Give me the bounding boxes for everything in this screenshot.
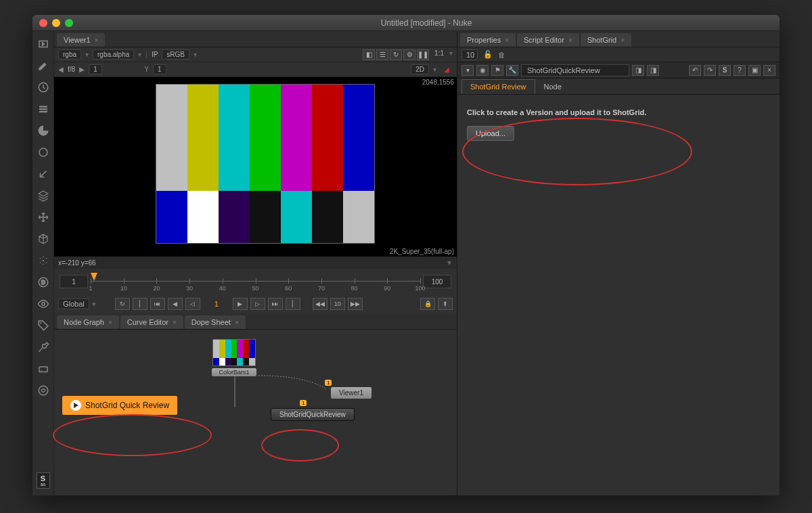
eye-icon[interactable] [37,298,49,310]
collapse-icon[interactable]: ▾ [461,65,474,76]
node-name-field[interactable]: ShotGridQuickReview [521,64,629,76]
zoom-ratio[interactable]: 1:1 [430,49,448,60]
color1-icon[interactable]: ◨ [632,65,644,76]
next-key-button[interactable]: ⏭ [268,298,283,310]
colorspace-select[interactable]: sRGB [162,49,189,60]
tag-icon[interactable] [37,319,49,332]
rows-icon[interactable]: ☰ [376,49,388,60]
prev-key-button[interactable]: ⏮ [150,298,165,310]
step-back-n-button[interactable]: ◀◀ [313,298,328,310]
roi-icon[interactable]: ◢ [441,64,453,75]
tab-shotgrid[interactable]: ShotGrid× [581,33,631,47]
d-icon[interactable]: D [37,276,49,288]
pie-icon[interactable] [37,125,49,137]
node-shotgridquickreview[interactable]: ShotGridQuickReview [271,408,355,421]
list-icon[interactable] [37,103,49,115]
viewer-canvas[interactable]: 2048,1556 [54,77,457,256]
step-value[interactable]: 10 [330,298,345,310]
close-icon[interactable]: × [95,37,99,44]
close-icon[interactable]: × [173,319,177,326]
y-input[interactable]: 1 [153,64,166,74]
float-icon[interactable]: ▣ [748,65,761,76]
tab-scripteditor[interactable]: Script Editor× [517,33,579,47]
close-icon[interactable]: × [235,319,239,326]
wrench-icon[interactable] [37,341,49,353]
viewer-tab[interactable]: Viewer1 × [57,33,105,47]
svg-point-5 [39,148,47,156]
frame-start[interactable]: 1 [60,275,88,288]
pin-icon[interactable]: ⚑ [491,65,503,76]
shotgrid-quickreview-tool[interactable]: ShotGrid Quick Review [62,396,177,415]
circle-icon[interactable] [37,146,49,158]
particles-icon[interactable] [37,254,49,267]
cube-icon[interactable] [37,233,49,245]
minimize-window-button[interactable] [52,19,60,27]
lock-icon[interactable]: 🔒 [420,298,435,310]
node-colorbars[interactable]: ColorBars1 [211,367,257,377]
refresh-icon[interactable]: ↻ [390,49,402,60]
wrench-small-icon[interactable]: 🔧 [506,65,518,76]
move-icon[interactable] [37,211,49,223]
play-button[interactable]: ▶ [233,298,248,310]
timeline[interactable]: 1 1 10 20 30 40 50 60 70 80 90 [54,269,457,294]
color2-icon[interactable]: ◨ [647,65,659,76]
gear-icon[interactable]: ⚙ [403,49,415,60]
close-icon[interactable]: × [568,37,572,44]
clock-icon[interactable] [37,81,49,93]
play-back-button[interactable]: ◁ [185,298,200,310]
maximize-window-button[interactable] [65,19,73,27]
alpha-select[interactable]: rgba.alpha [93,49,134,60]
range-select[interactable]: Global [58,298,89,309]
properties-panel: Click to create a Version and upload it … [457,95,780,495]
shotgrid-toolbar-icon[interactable]: S SG [37,472,50,489]
step-fwd-button[interactable]: ▷ [250,298,265,310]
chevron-down-icon[interactable]: ▼ [446,259,453,267]
tab-nodegraph[interactable]: Node Graph× [57,315,119,329]
node-graph[interactable]: ColorBars1 1 Viewer1 1 ShotGridQuickRevi… [54,330,457,495]
layers-icon[interactable] [37,189,49,202]
format-label: 2K_Super_35(full-ap) [390,248,454,255]
s-button[interactable]: S [719,65,731,76]
svg-point-12 [43,264,44,265]
current-frame[interactable]: 1 [203,300,230,308]
step-back-button[interactable]: ◀ [168,298,183,310]
step-fwd-n-button[interactable]: ▶▶ [348,298,363,310]
first-frame-button[interactable]: ⎮ [133,298,148,310]
drive-icon[interactable] [37,363,49,375]
arrow-down-left-icon[interactable] [37,168,49,180]
tab-properties[interactable]: Properties× [460,33,516,47]
pencil-icon[interactable] [37,60,49,72]
viewmode-select[interactable]: 2D [411,64,429,74]
pause-icon[interactable]: ❚❚ [417,49,429,60]
close-panel-icon[interactable]: × [763,65,775,76]
tab-dopesheet[interactable]: Dope Sheet× [185,315,246,329]
frame-input[interactable]: 1 [89,64,102,74]
close-window-button[interactable] [39,19,47,27]
prop-count[interactable]: 10 [461,49,478,60]
close-icon[interactable]: × [505,37,509,44]
subtab-node[interactable]: Node [535,79,570,94]
last-frame-button[interactable]: ⎮ [286,298,300,310]
undo-icon[interactable]: ↶ [689,65,701,76]
help-icon[interactable]: ? [734,65,746,76]
wipe-icon[interactable]: ◧ [363,49,375,60]
lock-icon[interactable]: 🔓 [483,50,493,59]
upload-button[interactable]: Upload... [467,126,514,141]
close-icon[interactable]: × [108,319,112,326]
close-icon[interactable]: × [621,37,625,44]
subtab-shotgridreview[interactable]: ShotGrid Review [461,79,535,94]
import-icon[interactable] [37,38,49,50]
fstop-label[interactable]: f/8 [68,66,75,73]
node-viewer[interactable]: Viewer1 [330,386,372,399]
export-icon[interactable]: ⬆ [438,298,453,310]
plugin-icon[interactable] [37,384,49,397]
loop-button[interactable]: ↻ [115,298,130,310]
svg-rect-17 [39,367,47,372]
trash-icon[interactable]: 🗑 [498,51,505,59]
center-icon[interactable]: ◉ [476,65,489,76]
tab-curveeditor[interactable]: Curve Editor× [120,315,183,329]
redo-icon[interactable]: ↷ [704,65,716,76]
channel-select[interactable]: rgba [58,49,81,60]
frame-end[interactable]: 100 [423,275,451,288]
playhead[interactable] [91,273,97,281]
